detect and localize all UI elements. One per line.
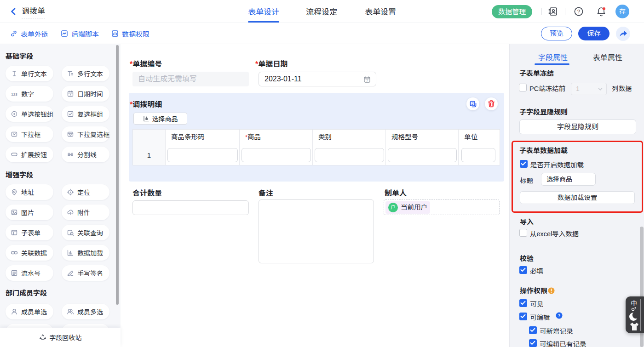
svg-text:?: ? [577, 9, 580, 14]
svg-text:123: 123 [11, 92, 17, 97]
svg-text:?: ? [558, 313, 561, 318]
svg-text:7: 7 [366, 79, 368, 82]
